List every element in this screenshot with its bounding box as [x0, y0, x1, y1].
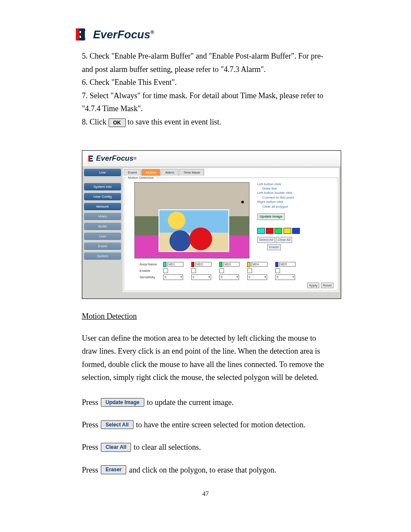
settings-sidebar: Live System Info User Config Network Vid… [83, 168, 122, 292]
enable-checkbox-1[interactable] [163, 268, 168, 273]
sidebar-item-system[interactable]: System [84, 252, 121, 260]
step-6: 6. Check "Enable This Event". [82, 76, 329, 89]
brand-name: EverFocus [93, 28, 150, 41]
sensitivity-select-1[interactable]: 5 [163, 274, 183, 280]
step-8: 8. Click OK to save this event in event … [82, 115, 329, 129]
motion-help-panel: Left button click : Draw line Left butto… [249, 182, 335, 258]
motion-detection-legend: Motion Detection [127, 176, 155, 180]
sensitivity-select-5[interactable]: 5 [275, 274, 295, 280]
press-select-all: Press Select All to have the entire scre… [82, 417, 329, 432]
area-name-input-4[interactable]: MD4 [251, 262, 268, 267]
select-all-button-inline[interactable]: Select All [101, 420, 134, 429]
eraser-button[interactable]: Eraser [267, 244, 281, 250]
settings-tabs: Event Motion Alarm Time Mask [124, 169, 338, 176]
area-name-input-2[interactable]: MD2 [195, 262, 212, 267]
step-5: 5. Check "Enable Pre-alarm Buffer" and "… [82, 50, 329, 76]
motion-preview-canvas[interactable] [134, 182, 249, 258]
enable-checkbox-4[interactable] [247, 268, 252, 273]
sensitivity-select-3[interactable]: 5 [219, 274, 239, 280]
sidebar-item-event[interactable]: Event [84, 243, 121, 250]
tab-alarm[interactable]: Alarm [161, 169, 178, 176]
tab-event[interactable]: Event [124, 169, 141, 176]
everfocus-logo-icon [87, 154, 96, 163]
tab-motion[interactable]: Motion [141, 169, 160, 176]
select-all-button[interactable]: Select All [257, 237, 275, 243]
motion-area-table: Area Name MD1 MD2 MD3 MD4 MD5 Enable [140, 262, 335, 288]
enable-label: Enable [140, 269, 163, 273]
update-image-button-inline[interactable]: Update Image [101, 398, 144, 407]
page-number: 47 [82, 490, 329, 498]
sidebar-item-video[interactable]: Video [84, 213, 121, 220]
press-eraser: Press Eraser and click on the polygon, t… [82, 463, 329, 477]
swatch-5[interactable] [292, 228, 300, 234]
sidebar-item-network[interactable]: Network [84, 203, 121, 210]
swatch-4[interactable] [283, 228, 291, 234]
sensitivity-select-2[interactable]: 5 [191, 274, 211, 280]
motion-settings-screenshot: EverFocus® Live System Info User Config … [82, 150, 341, 299]
sidebar-item-userconfig[interactable]: User Config [84, 193, 121, 200]
tab-timemask[interactable]: Time Mask [179, 169, 204, 176]
svg-rect-4 [88, 156, 90, 162]
svg-rect-3 [76, 28, 79, 40]
area-name-input-1[interactable]: MD1 [167, 262, 184, 267]
press-clear-all: Press Clear All to clear all selections. [82, 440, 329, 454]
enable-checkbox-5[interactable] [275, 268, 280, 273]
brand-reg: ® [150, 29, 154, 35]
ss-brand: EverFocus® [87, 154, 336, 163]
motion-detection-heading: Motion Detection [82, 312, 329, 321]
sidebar-item-systeminfo[interactable]: System Info [84, 183, 121, 190]
sensitivity-label: Sensitivity [140, 275, 163, 279]
brand-header: EverFocus® [74, 26, 329, 43]
sidebar-item-live[interactable]: Live [84, 169, 121, 176]
clear-all-button[interactable]: Clear All [276, 237, 292, 243]
color-swatches [257, 228, 335, 235]
swatch-1[interactable] [257, 228, 265, 234]
eraser-button-inline[interactable]: Eraser [101, 465, 126, 474]
instruction-steps: 5. Check "Enable Pre-alarm Buffer" and "… [82, 50, 329, 129]
area-name-input-5[interactable]: MD5 [279, 262, 296, 267]
reset-button[interactable]: Reset [321, 283, 333, 288]
press-update-image: Press Update Image to update the current… [82, 395, 329, 410]
motion-detection-intro: User can define the motion area to be de… [82, 332, 329, 384]
swatch-2[interactable] [266, 228, 274, 234]
area-name-input-3[interactable]: MD3 [223, 262, 240, 267]
sidebar-item-user[interactable]: User [84, 233, 121, 240]
sidebar-item-audio[interactable]: Audio [84, 223, 121, 230]
enable-checkbox-3[interactable] [219, 268, 224, 273]
area-name-label: Area Name [140, 262, 163, 266]
swatch-3[interactable] [274, 228, 282, 234]
sensitivity-select-4[interactable]: 5 [247, 274, 267, 280]
step-7: 7. Select "Always" for time mask. For de… [82, 89, 329, 115]
enable-checkbox-2[interactable] [191, 268, 196, 273]
ok-button[interactable]: OK [109, 118, 126, 127]
everfocus-logo-icon [74, 26, 91, 43]
apply-button[interactable]: Apply [307, 283, 319, 288]
clear-all-button-inline[interactable]: Clear All [101, 443, 131, 451]
update-image-button[interactable]: Update Image [257, 213, 285, 220]
